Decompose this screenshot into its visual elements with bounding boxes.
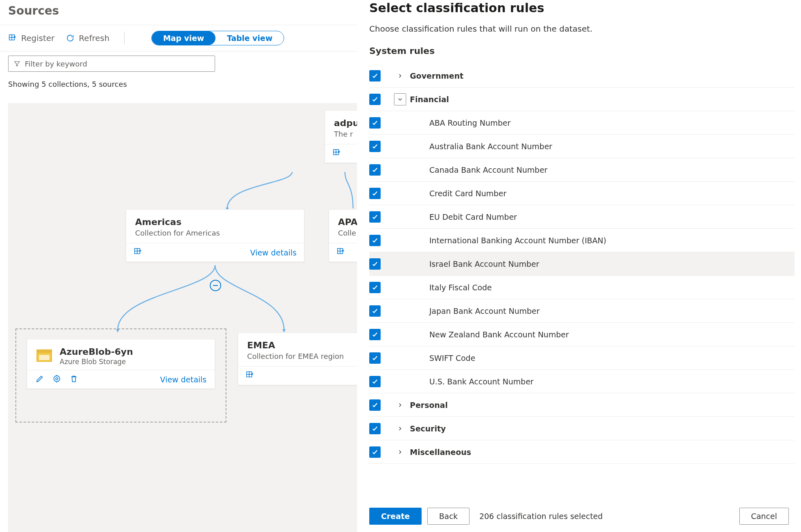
americas-card[interactable]: Americas Collection for Americas View de… <box>126 209 304 262</box>
filter-row: Filter by keyword <box>0 51 357 74</box>
map-canvas[interactable]: adpu The r Americas Collection for Ameri… <box>8 103 357 532</box>
map-view-toggle[interactable]: Map view <box>152 31 215 45</box>
grid-plus-icon[interactable] <box>245 371 254 381</box>
rule-item-2-checkbox[interactable] <box>369 164 381 176</box>
apac-card[interactable]: APA Colle <box>329 209 357 262</box>
svg-point-10 <box>54 376 60 382</box>
create-button[interactable]: Create <box>369 508 422 525</box>
rule-item-label: U.S. Bank Account Number <box>429 377 534 386</box>
rule-item-label: ABA Routing Number <box>429 118 510 127</box>
rule-item-9-checkbox[interactable] <box>369 329 381 340</box>
expand-personal-icon[interactable] <box>394 399 406 411</box>
rule-group-misc[interactable]: Miscellaneous <box>369 440 795 464</box>
rule-item-label: EU Debit Card Number <box>429 212 517 221</box>
rule-item[interactable]: Israel Bank Account Number <box>369 252 795 276</box>
svg-rect-8 <box>37 350 52 352</box>
rule-item[interactable]: Canada Bank Account Number <box>369 158 795 182</box>
group-label: Financial <box>410 95 449 104</box>
group-label: Security <box>410 424 446 433</box>
filter-input[interactable]: Filter by keyword <box>8 56 215 72</box>
back-button[interactable]: Back <box>427 508 469 525</box>
group-label: Government <box>410 71 463 80</box>
root-collection-card[interactable]: adpu The r <box>325 110 357 163</box>
showing-text: Showing 5 collections, 5 sources <box>0 74 357 92</box>
rule-item[interactable]: Italy Fiscal Code <box>369 276 795 299</box>
svg-marker-3 <box>282 329 286 332</box>
group-personal-checkbox[interactable] <box>369 399 381 411</box>
group-label: Personal <box>410 401 448 410</box>
sources-pane: Sources Register Refresh Map view Table … <box>0 0 357 532</box>
table-view-toggle[interactable]: Table view <box>215 31 284 45</box>
rule-item[interactable]: Japan Bank Account Number <box>369 299 795 323</box>
rule-item[interactable]: Australia Bank Account Number <box>369 135 795 158</box>
rule-item[interactable]: U.S. Bank Account Number <box>369 370 795 393</box>
rule-item-label: New Zealand Bank Account Number <box>429 330 569 339</box>
expand-security-icon[interactable] <box>394 423 406 435</box>
expand-misc-icon[interactable] <box>394 446 406 458</box>
connectors <box>8 103 357 532</box>
azureblob-view-details[interactable]: View details <box>160 375 207 384</box>
panel-desc: Choose classification rules that will ru… <box>369 24 789 34</box>
register-button[interactable]: Register <box>8 33 54 43</box>
rule-item-11-checkbox[interactable] <box>369 376 381 387</box>
group-government-checkbox[interactable] <box>369 70 381 82</box>
expand-financial-icon[interactable] <box>394 93 406 105</box>
rule-item-7-checkbox[interactable] <box>369 282 381 293</box>
americas-view-details[interactable]: View details <box>250 248 297 257</box>
group-misc-checkbox[interactable] <box>369 446 381 458</box>
grid-plus-icon[interactable] <box>336 247 345 257</box>
rule-item[interactable]: Credit Card Number <box>369 182 795 205</box>
azureblob-card[interactable]: AzureBlob-6yn Azure Blob Storage View de… <box>27 339 215 389</box>
rule-item-label: Australia Bank Account Number <box>429 142 552 151</box>
panel-title: Select classification rules <box>369 0 789 15</box>
grid-plus-icon[interactable] <box>134 247 142 257</box>
rule-item[interactable]: ABA Routing Number <box>369 111 795 135</box>
rule-item-6-checkbox[interactable] <box>369 258 381 270</box>
rule-item[interactable]: New Zealand Bank Account Number <box>369 323 795 346</box>
americas-sub: Collection for Americas <box>135 229 295 237</box>
rule-item-0-checkbox[interactable] <box>369 117 381 129</box>
rule-group-financial[interactable]: Financial <box>369 88 795 111</box>
apac-sub: Colle <box>338 229 357 237</box>
rule-item-3-checkbox[interactable] <box>369 188 381 199</box>
rule-item[interactable]: EU Debit Card Number <box>369 205 795 229</box>
emea-title: EMEA <box>247 340 357 350</box>
rule-item-1-checkbox[interactable] <box>369 141 381 152</box>
americas-title: Americas <box>135 217 295 227</box>
svg-rect-9 <box>39 355 50 360</box>
refresh-button[interactable]: Refresh <box>66 33 110 43</box>
filter-placeholder: Filter by keyword <box>25 60 87 68</box>
delete-icon[interactable] <box>69 374 78 384</box>
grid-plus-icon[interactable] <box>332 148 341 159</box>
classification-panel: Select classification rules Choose class… <box>357 0 801 532</box>
expand-government-icon[interactable] <box>394 70 406 82</box>
rule-item-label: Canada Bank Account Number <box>429 165 547 174</box>
page-title: Sources <box>0 0 357 25</box>
system-rules-heading: System rules <box>369 46 789 56</box>
view-switch: Map view Table view <box>151 31 284 45</box>
register-label: Register <box>21 33 54 43</box>
blob-storage-icon <box>35 347 53 365</box>
rule-item[interactable]: SWIFT Code <box>369 346 795 370</box>
rule-group-government[interactable]: Government <box>369 64 795 88</box>
cancel-button[interactable]: Cancel <box>739 508 789 525</box>
rule-group-personal[interactable]: Personal <box>369 393 795 417</box>
edit-icon[interactable] <box>35 374 44 384</box>
grid-plus-icon <box>8 34 17 43</box>
group-financial-checkbox[interactable] <box>369 94 381 105</box>
panel-footer: Create Back 206 classification rules sel… <box>357 497 801 532</box>
rule-item-10-checkbox[interactable] <box>369 352 381 364</box>
emea-card[interactable]: EMEA Collection for EMEA region <box>238 332 357 385</box>
rule-item-label: Italy Fiscal Code <box>429 283 492 292</box>
selected-count: 206 classification rules selected <box>479 512 603 521</box>
group-security-checkbox[interactable] <box>369 423 381 434</box>
rule-item[interactable]: International Banking Account Number (IB… <box>369 229 795 252</box>
rule-item-8-checkbox[interactable] <box>369 305 381 317</box>
rule-item-label: SWIFT Code <box>429 354 475 363</box>
scan-icon[interactable] <box>52 374 61 384</box>
rule-item-4-checkbox[interactable] <box>369 211 381 223</box>
root-title: adpu <box>334 118 357 128</box>
collapse-toggle[interactable] <box>210 280 221 291</box>
rule-item-5-checkbox[interactable] <box>369 235 381 246</box>
rule-group-security[interactable]: Security <box>369 417 795 440</box>
